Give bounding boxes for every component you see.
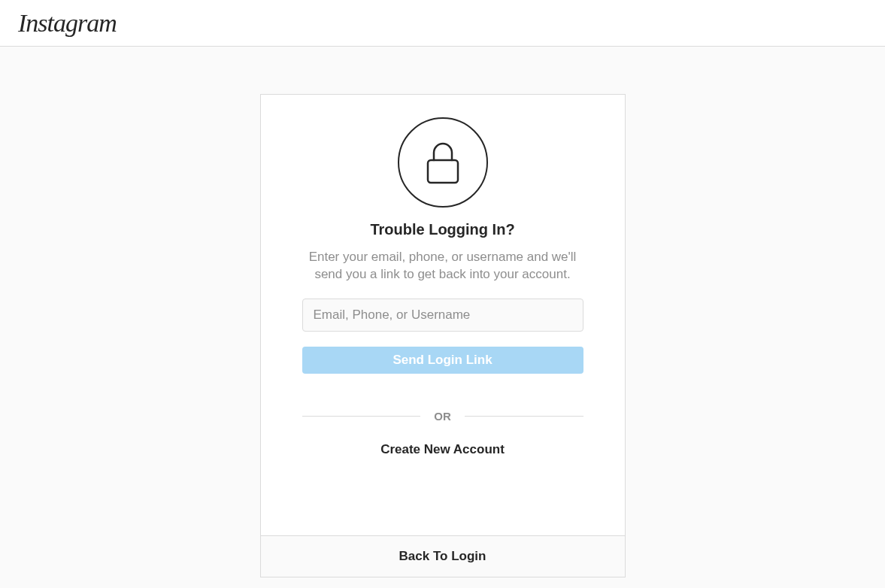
divider-line-left: [302, 416, 421, 417]
main-content: Trouble Logging In? Enter your email, ph…: [0, 47, 885, 577]
send-login-link-button[interactable]: Send Login Link: [302, 347, 583, 374]
create-new-account-link[interactable]: Create New Account: [380, 442, 505, 457]
card-body: Trouble Logging In? Enter your email, ph…: [261, 95, 625, 535]
lock-icon-circle: [398, 117, 488, 208]
email-phone-username-input[interactable]: [302, 299, 583, 332]
reset-card: Trouble Logging In? Enter your email, ph…: [260, 94, 626, 577]
divider: OR: [302, 410, 583, 423]
page-title: Trouble Logging In?: [370, 221, 514, 238]
lock-icon: [424, 141, 462, 184]
back-to-login-link[interactable]: Back To Login: [399, 549, 486, 564]
instagram-logo[interactable]: Instagram: [18, 9, 117, 38]
top-header: Instagram: [0, 0, 885, 47]
divider-line-right: [465, 416, 583, 417]
divider-text: OR: [420, 410, 465, 423]
page-subtitle: Enter your email, phone, or username and…: [295, 249, 591, 283]
card-footer: Back To Login: [261, 535, 625, 577]
svg-rect-0: [428, 160, 458, 183]
